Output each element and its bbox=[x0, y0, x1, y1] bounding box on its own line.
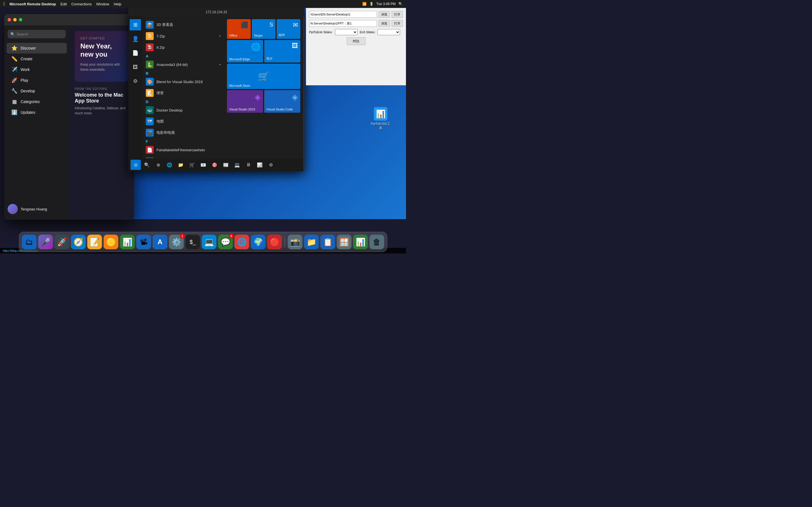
dock-siri[interactable]: 🎤 bbox=[38, 235, 53, 249]
app-item-movies[interactable]: 🎬 电影和电视 bbox=[142, 127, 224, 138]
browse-button-1[interactable]: 浏览 bbox=[378, 11, 390, 18]
taskbar-explorer[interactable]: 📁 bbox=[175, 160, 186, 170]
tile-mail[interactable]: ✉ 邮件 bbox=[276, 19, 300, 39]
tile-label-vs2019: Visual Studio 2019 bbox=[229, 108, 255, 111]
en5-slides-select[interactable] bbox=[377, 29, 400, 35]
search-bar[interactable]: 🔍 Search bbox=[8, 30, 66, 38]
tile-vscode[interactable]: ◈ Visual Studio Code bbox=[264, 90, 300, 113]
desktop-icon-ppttoen[interactable]: 📊 PptToEn5比工具 bbox=[369, 107, 392, 130]
expand-arrow-anaconda: ▾ bbox=[219, 63, 221, 66]
app-item-8zip[interactable]: 🗜 8 Zip bbox=[142, 42, 224, 53]
app-item-blend[interactable]: 🎨 Blend for Visual Studio 2019 bbox=[142, 76, 224, 87]
sidebar-item-work[interactable]: ✈️ Work bbox=[6, 64, 67, 75]
tile-office[interactable]: ⬛ Office bbox=[227, 19, 251, 39]
dock-notes[interactable]: 📝 bbox=[87, 235, 102, 249]
dock-wechat[interactable]: 💬 6 bbox=[218, 235, 233, 249]
app-item-faha[interactable]: 📄 FahallakekileFiherearcawhelo bbox=[142, 144, 224, 156]
tile-photos[interactable]: 🖼 照片 bbox=[264, 40, 300, 62]
dock-photos[interactable]: 📸 bbox=[288, 235, 303, 249]
wifi-icon: 📶 bbox=[362, 2, 366, 6]
settings-icon[interactable]: ⚙ bbox=[130, 75, 141, 87]
compare-button[interactable]: 对比 bbox=[347, 38, 365, 45]
pictures-icon[interactable]: 🖼 bbox=[130, 61, 141, 73]
close-button[interactable] bbox=[8, 18, 11, 21]
app-item-maps[interactable]: 🗺 地图 bbox=[142, 116, 224, 127]
menu-edit[interactable]: Edit bbox=[61, 2, 67, 6]
start-button[interactable]: ⊞ bbox=[130, 19, 141, 31]
user-profile-icon[interactable]: 👤 bbox=[130, 33, 141, 45]
dock-keynote[interactable]: 📽 bbox=[137, 235, 151, 249]
path-input-1[interactable] bbox=[309, 11, 377, 18]
app-item-sticky[interactable]: 📝 便签 bbox=[142, 87, 224, 99]
menu-connections[interactable]: Connections bbox=[71, 2, 92, 6]
dock-browser[interactable]: 🌍 bbox=[251, 235, 266, 249]
dock-appstore[interactable]: A bbox=[153, 235, 167, 249]
taskbar-target[interactable]: 🎯 bbox=[209, 160, 220, 170]
dock-git[interactable]: 🔴 bbox=[267, 235, 282, 249]
editors-label: FROM THE EDITORS bbox=[75, 87, 128, 91]
battery-icon: 🔋 bbox=[369, 2, 373, 6]
dock-sysprefs[interactable]: ⚙️ 1 bbox=[169, 235, 184, 249]
dock-trash[interactable]: 🗑 bbox=[370, 235, 384, 249]
taskbar-edge[interactable]: 🌐 bbox=[164, 160, 174, 170]
documents-icon[interactable]: 📄 bbox=[130, 47, 141, 59]
dock-terminal[interactable]: $_ bbox=[186, 235, 200, 249]
sidebar-item-create[interactable]: ✏️ Create bbox=[6, 54, 67, 64]
sidebar-item-develop[interactable]: 🔧 Develop bbox=[6, 86, 67, 96]
browser-icon: 🌍 bbox=[253, 237, 263, 247]
ppt-label: PptToEnb Slides: bbox=[309, 31, 333, 34]
tile-skype[interactable]: S Skype bbox=[252, 19, 275, 39]
app-item-3d[interactable]: 📦 3D 查看器 bbox=[142, 19, 224, 31]
tile-store[interactable]: 🛒 Microsoft Store bbox=[227, 64, 300, 89]
tile-edge[interactable]: 🌐 Microsoft Edge bbox=[227, 40, 263, 62]
taskbar-store[interactable]: 🛒 bbox=[187, 160, 197, 170]
taskbar-view[interactable]: ⊕ bbox=[153, 160, 163, 170]
tile-vs2019[interactable]: ◈ Visual Studio 2019 bbox=[227, 90, 263, 113]
taskbar-mail[interactable]: 📧 bbox=[198, 160, 208, 170]
dock-marked[interactable]: 📋 bbox=[320, 235, 335, 249]
dock-vscode[interactable]: 💻 bbox=[202, 235, 216, 249]
dock-safari[interactable]: 🧭 bbox=[71, 235, 86, 249]
dock-window[interactable]: 🪟 bbox=[337, 235, 352, 249]
open-button-2[interactable]: 打开 bbox=[392, 20, 403, 27]
dock-tableflip[interactable]: 📊 bbox=[353, 235, 368, 249]
app-item-docker[interactable]: 🐳 Docker Desktop bbox=[142, 105, 224, 116]
browse-button-2[interactable]: 浏览 bbox=[378, 20, 390, 27]
taskbar-news[interactable]: 📰 bbox=[221, 160, 231, 170]
sidebar-item-updates[interactable]: ⬇️ Updates bbox=[6, 107, 67, 118]
maximize-button[interactable] bbox=[19, 18, 22, 21]
sidebar-item-categories[interactable]: ▦ Categories bbox=[6, 96, 67, 107]
taskbar-search[interactable]: 🔍 bbox=[142, 160, 152, 170]
apple-logo[interactable]:  bbox=[3, 1, 5, 6]
minimize-button[interactable] bbox=[13, 18, 17, 21]
taskbar-ppt[interactable]: 📊 bbox=[255, 160, 265, 170]
sidebar-user[interactable]: Tengxiao Huang bbox=[8, 204, 47, 214]
app-item-7zip[interactable]: 🗜 7-Zip ▾ bbox=[142, 31, 224, 42]
sidebar-item-play[interactable]: 🚀 Play bbox=[6, 75, 67, 86]
start-app-list: 📦 3D 查看器 🗜 7-Zip ▾ 🗜 8 Zip A 🐍 Anaconda3… bbox=[142, 16, 224, 171]
app-item-anaconda[interactable]: 🐍 Anaconda3 (64-bit) ▾ bbox=[142, 59, 224, 70]
taskbar-settings[interactable]: ⚙ bbox=[266, 160, 276, 170]
marked-icon: 📋 bbox=[323, 237, 333, 247]
menu-help[interactable]: Help bbox=[114, 2, 121, 6]
utility-window: 浏览 打开 浏览 打开 PptToEnb Slides: En5 Slides:… bbox=[306, 8, 406, 86]
dock-folder[interactable]: 📁 bbox=[304, 235, 319, 249]
menu-window[interactable]: Window bbox=[96, 2, 109, 6]
taskbar-start[interactable]: ⊞ bbox=[131, 160, 141, 170]
dock-rocket[interactable]: 🚀 bbox=[55, 235, 69, 249]
dock-stickies[interactable]: 🟡 bbox=[104, 235, 118, 249]
dock-numbers[interactable]: 📊 bbox=[120, 235, 135, 249]
ppt-slides-select[interactable] bbox=[335, 29, 357, 35]
taskbar-vs[interactable]: 💻 bbox=[232, 160, 242, 170]
sidebar-item-discover[interactable]: ⭐ Discover bbox=[6, 43, 67, 54]
dock-finder[interactable]: 🗂 bbox=[22, 235, 37, 249]
taskbar-monitor[interactable]: 🖥 bbox=[243, 160, 253, 170]
edge-icon: 🌐 bbox=[251, 42, 261, 52]
mac-sidebar: 🔍 Search ⭐ Discover ✏️ Create ✈️ Work 🚀 … bbox=[4, 25, 69, 220]
dock-chrome[interactable]: 🌐 bbox=[235, 235, 249, 249]
path-input-2[interactable] bbox=[309, 20, 377, 27]
open-button-1[interactable]: 打开 bbox=[392, 11, 403, 18]
app-icon-movies: 🎬 bbox=[146, 129, 154, 136]
search-icon[interactable]: 🔍 bbox=[398, 2, 403, 6]
app-label-8zip: 8 Zip bbox=[156, 45, 165, 50]
